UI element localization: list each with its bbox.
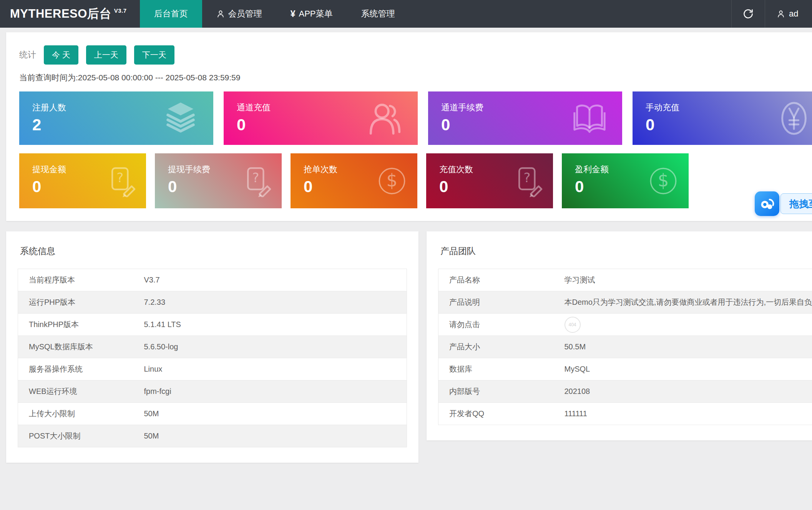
refresh-icon: [743, 8, 754, 19]
table-row: 运行PHP版本7.2.33: [18, 291, 407, 314]
doc-question-icon: ?: [105, 165, 137, 197]
info-value: MySQL: [565, 365, 590, 373]
stat-card: 提现金额0?: [19, 153, 146, 208]
stat-card: 通道充值0: [224, 91, 418, 145]
brand-logo: MYTHERESO后台 V3.7: [0, 0, 140, 28]
table-row: 产品大小50.5M: [438, 336, 812, 358]
nav-tab-2[interactable]: ¥APP菜单: [276, 0, 347, 28]
next-day-button[interactable]: 下一天: [134, 45, 174, 65]
table-row: 当前程序版本V3.7: [18, 269, 407, 291]
navbar-right: ad: [731, 0, 812, 28]
stats-panel: 统计 今 天 上一天 下一天 当前查询时间为:2025-05-08 00:00:…: [6, 32, 812, 221]
table-row: 开发者QQ111111: [438, 403, 812, 425]
table-row: 上传大小限制50M: [18, 403, 407, 425]
nav-tabs: 后台首页会员管理¥APP菜单系统管理: [140, 0, 409, 28]
info-value: 本Demo只为学习测试交流,请勿要做商业或者用于违法行为,一切后果自负.: [565, 298, 812, 306]
nav-tab-label: 系统管理: [361, 8, 395, 20]
refresh-button[interactable]: [732, 0, 765, 28]
table-row: 请勿点击404: [438, 314, 812, 336]
svg-text:?: ?: [252, 170, 259, 185]
drag-to-save-widget[interactable]: 拖拽至此: [755, 191, 812, 216]
info-label: 上传大小限制: [18, 403, 133, 425]
users-icon: [366, 100, 404, 137]
stat-card: 手动充值0: [633, 91, 812, 145]
doc-question-icon: ?: [240, 165, 272, 197]
info-label: ThinkPHP版本: [18, 314, 133, 336]
table-row: 数据库MySQL: [438, 358, 812, 380]
doc-question-icon: ?: [511, 165, 544, 197]
info-value: fpm-fcgi: [144, 387, 171, 395]
nav-tab-label: APP菜单: [299, 8, 333, 20]
stat-card: 充值次数0?: [426, 153, 553, 208]
nav-tab-label: 会员管理: [228, 8, 262, 20]
prev-day-button[interactable]: 上一天: [86, 45, 126, 65]
info-label: WEB运行环境: [18, 380, 133, 403]
info-label: 服务器操作系统: [18, 358, 133, 380]
info-label: 运行PHP版本: [18, 291, 133, 314]
stat-card: 提现手续费0?: [155, 153, 282, 208]
info-label: 请勿点击: [438, 314, 554, 336]
today-button[interactable]: 今 天: [44, 45, 78, 65]
layers-icon: [162, 100, 199, 137]
info-value: 50M: [144, 432, 159, 440]
info-value: Linux: [144, 365, 163, 373]
username: ad: [789, 9, 798, 19]
system-info-title: 系统信息: [20, 245, 407, 257]
stat-card: 抢单次数0$: [291, 153, 417, 208]
nav-tab-label: 后台首页: [154, 8, 188, 20]
info-label: POST大小限制: [18, 425, 133, 447]
svg-text:?: ?: [523, 170, 530, 185]
stats-header: 统计 今 天 上一天 下一天: [19, 45, 812, 65]
info-label: 产品大小: [438, 336, 554, 358]
stat-cards-row-2: 提现金额0?提现手续费0?抢单次数0$充值次数0?盈利金额0$: [19, 153, 812, 208]
brand-title: MYTHERESO后台: [10, 6, 111, 22]
stats-section-label: 统计: [19, 49, 36, 61]
table-row: 服务器操作系统Linux: [18, 358, 407, 380]
info-value: 111111: [565, 409, 587, 418]
info-label: 开发者QQ: [438, 403, 554, 425]
system-info-table: 当前程序版本V3.7运行PHP版本7.2.33ThinkPHP版本5.1.41 …: [18, 269, 407, 447]
svg-text:$: $: [387, 170, 398, 191]
product-team-table: 产品名称学习测试产品说明本Demo只为学习测试交流,请勿要做商业或者用于违法行为…: [438, 269, 812, 425]
table-row: 产品名称学习测试: [438, 269, 812, 291]
nav-tab-3[interactable]: 系统管理: [347, 0, 409, 28]
user-icon: [777, 10, 785, 18]
product-team-panel: 产品团队 产品名称学习测试产品说明本Demo只为学习测试交流,请勿要做商业或者用…: [427, 231, 812, 440]
info-value: 7.2.33: [144, 298, 166, 306]
info-value: 50M: [144, 409, 159, 418]
svg-text:?: ?: [116, 170, 123, 185]
info-value: 5.1.41 LTS: [144, 320, 181, 329]
table-row: ThinkPHP版本5.1.41 LTS: [18, 314, 407, 336]
dollar-circle-icon: $: [647, 165, 679, 197]
yen-icon: ¥: [291, 9, 296, 19]
yen-circle-icon: [775, 100, 812, 137]
info-label: 数据库: [438, 358, 554, 380]
info-value: V3.7: [144, 276, 160, 284]
top-navbar: MYTHERESO后台 V3.7 后台首页会员管理¥APP菜单系统管理 ad: [0, 0, 812, 28]
table-row: 内部版号202108: [438, 380, 812, 403]
svg-text:$: $: [658, 170, 669, 191]
table-row: MySQL数据库版本5.6.50-log: [18, 336, 407, 358]
nav-tab-0[interactable]: 后台首页: [140, 0, 202, 28]
table-row: WEB运行环境fpm-fcgi: [18, 380, 407, 403]
info-panels: 系统信息 当前程序版本V3.7运行PHP版本7.2.33ThinkPHP版本5.…: [6, 231, 812, 463]
info-label: 产品名称: [438, 269, 554, 291]
nav-tab-1[interactable]: 会员管理: [202, 0, 276, 28]
brand-version: V3.7: [114, 7, 127, 14]
book-icon: [571, 100, 608, 137]
info-label: 产品说明: [438, 291, 554, 314]
netdisk-icon[interactable]: [755, 191, 779, 216]
badge-404[interactable]: 404: [565, 317, 581, 333]
person-icon: [216, 10, 225, 18]
drag-here-label[interactable]: 拖拽至此: [780, 193, 812, 214]
user-menu[interactable]: ad: [765, 0, 812, 28]
stat-card: 通道手续费0: [428, 91, 622, 145]
dollar-circle-icon: $: [376, 165, 408, 197]
table-row: POST大小限制50M: [18, 425, 407, 447]
stat-card: 注册人数2: [19, 91, 213, 145]
info-label: 当前程序版本: [18, 269, 133, 291]
stat-card: 盈利金额0$: [562, 153, 689, 208]
info-value: 5.6.50-log: [144, 342, 178, 351]
stat-cards-row-1: 注册人数2通道充值0通道手续费0手动充值0: [19, 91, 812, 145]
info-value: 50.5M: [565, 342, 586, 351]
